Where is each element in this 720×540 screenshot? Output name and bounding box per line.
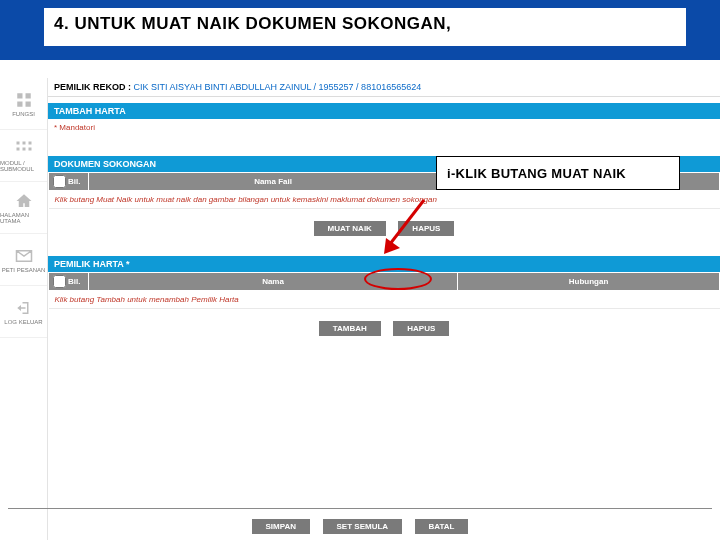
sidebar: FUNGSI MODUL / SUBMODUL HALAMAN UTAMA PE… <box>0 78 48 540</box>
svg-rect-1 <box>25 93 30 98</box>
modules-icon <box>15 140 33 158</box>
sidebar-item-log-keluar[interactable]: LOG KELUAR <box>0 286 47 338</box>
mandatori-note: * Mandatori <box>48 119 720 150</box>
dokumen-hint: Klik butang Muat Naik untuk muat naik da… <box>49 191 720 209</box>
sidebar-item-label: HALAMAN UTAMA <box>0 212 47 224</box>
pemilik-hint: Klik butang Tambah untuk menambah Pemili… <box>49 291 720 309</box>
section-pemilik-harta: PEMILIK HARTA * <box>48 256 720 272</box>
select-all-checkbox[interactable] <box>53 175 66 188</box>
batal-button[interactable]: BATAL <box>415 519 469 534</box>
logout-icon <box>15 299 33 317</box>
hapus-button[interactable]: HAPUS <box>398 221 454 236</box>
pemilik-button-row: TAMBAH HAPUS <box>48 309 720 350</box>
footer-buttons: SIMPAN SET SEMULA BATAL <box>0 508 720 534</box>
callout-text: i-KLIK BUTANG MUAT NAIK <box>447 166 626 181</box>
svg-rect-0 <box>17 93 22 98</box>
svg-rect-3 <box>25 101 30 106</box>
sidebar-item-label: PETI PESANAN <box>2 267 46 273</box>
svg-rect-8 <box>22 147 25 150</box>
section-tambah-harta: TAMBAH HARTA <box>48 103 720 119</box>
svg-rect-9 <box>28 147 31 150</box>
record-owner-label: PEMILIK REKOD : <box>54 82 131 92</box>
record-owner-value[interactable]: CIK SITI AISYAH BINTI ABDULLAH ZAINUL / … <box>134 82 422 92</box>
muat-naik-button[interactable]: MUAT NAIK <box>314 221 386 236</box>
sidebar-item-label: FUNGSI <box>12 111 35 117</box>
main-panel: PEMILIK REKOD : CIK SITI AISYAH BINTI AB… <box>48 78 720 350</box>
select-all-checkbox[interactable] <box>53 275 66 288</box>
mail-icon <box>15 247 33 265</box>
dokumen-button-row: MUAT NAIK HAPUS <box>48 209 720 250</box>
col-nama-fail: Nama Fail <box>89 173 458 191</box>
svg-rect-2 <box>17 101 22 106</box>
pemilik-harta-table: Bil. Nama Hubungan Klik butang Tambah un… <box>48 272 720 309</box>
instruction-callout: i-KLIK BUTANG MUAT NAIK <box>436 156 680 190</box>
col-bil: Bil. <box>68 277 80 286</box>
simpan-button[interactable]: SIMPAN <box>252 519 311 534</box>
sidebar-item-label: MODUL / SUBMODUL <box>0 160 47 172</box>
col-hubungan: Hubungan <box>458 273 720 291</box>
col-nama: Nama <box>89 273 458 291</box>
slide-title: 4. UNTUK MUAT NAIK DOKUMEN SOKONGAN, <box>54 14 676 34</box>
sidebar-item-halaman-utama[interactable]: HALAMAN UTAMA <box>0 182 47 234</box>
sidebar-item-fungsi[interactable]: FUNGSI <box>0 78 47 130</box>
hapus-pemilik-button[interactable]: HAPUS <box>393 321 449 336</box>
slide-title-box: 4. UNTUK MUAT NAIK DOKUMEN SOKONGAN, <box>44 8 686 46</box>
home-icon <box>15 192 33 210</box>
col-bil: Bil. <box>68 177 80 186</box>
svg-rect-7 <box>16 147 19 150</box>
sidebar-item-peti-pesanan[interactable]: PETI PESANAN <box>0 234 47 286</box>
sidebar-item-modul[interactable]: MODUL / SUBMODUL <box>0 130 47 182</box>
tambah-button[interactable]: TAMBAH <box>319 321 381 336</box>
svg-rect-4 <box>16 141 19 144</box>
svg-rect-6 <box>28 141 31 144</box>
sidebar-item-label: LOG KELUAR <box>4 319 42 325</box>
set-semula-button[interactable]: SET SEMULA <box>323 519 403 534</box>
grid-icon <box>15 91 33 109</box>
divider <box>8 508 712 509</box>
record-owner-row: PEMILIK REKOD : CIK SITI AISYAH BINTI AB… <box>48 78 720 97</box>
svg-rect-5 <box>22 141 25 144</box>
